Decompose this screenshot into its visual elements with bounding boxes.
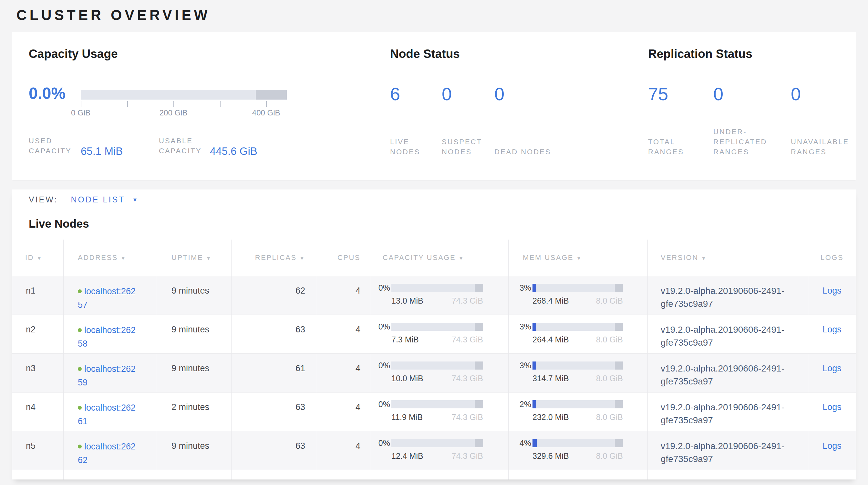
sort-arrow-icon[interactable]: ▼: [459, 255, 464, 261]
node-uptime-cell: 9 minutes: [156, 315, 231, 353]
node-replicas-cell: 61: [231, 354, 317, 392]
node-version-cell: v19.2.0-alpha.20190606-2491-gfe735c9a97: [648, 276, 808, 315]
logs-link[interactable]: Logs: [823, 364, 841, 373]
node-address-cell: localhost:26258: [64, 315, 156, 353]
node-replicas-cell: 62: [231, 276, 317, 315]
column-header-mem-usage[interactable]: MEM USAGE ▼: [508, 239, 648, 276]
capacity-axis-ticks: [81, 101, 287, 108]
column-header-address[interactable]: ADDRESS ▼: [64, 239, 156, 276]
node-version-cell: v19.2.0-alpha.20190606-2491-gfe735c9a97: [648, 431, 808, 470]
mem-usage-mini-bar: [532, 400, 623, 408]
node-replicas-cell: 63: [231, 315, 317, 353]
capacity-usage-cell: 0% 13.0 MiB 74.3 GiB: [371, 276, 508, 315]
unavailable-ranges-value: 0: [791, 83, 868, 105]
capacity-percent-label: 0%: [376, 322, 390, 332]
table-row: n5 localhost:26262 9 minutes 63 4 0% 12.…: [12, 431, 856, 470]
node-logs-cell: Logs: [808, 431, 856, 470]
mem-usage-cell: 3% 314.7 MiB 8.0 GiB: [508, 354, 648, 392]
node-address-link[interactable]: localhost:26261: [78, 403, 135, 426]
capacity-percent-label: 0%: [376, 400, 390, 409]
table-row: n4 localhost:26261 2 minutes 63 4 0% 11.…: [12, 392, 856, 431]
node-address-link[interactable]: localhost:26257: [78, 286, 135, 310]
capacity-used-value: 7.3 MiB: [392, 335, 419, 344]
dead-nodes-value: 0: [494, 83, 578, 105]
mem-percent-label: 3%: [517, 361, 531, 370]
view-dropdown-selected[interactable]: NODE LIST: [71, 195, 125, 204]
cluster-summary-card: Capacity Usage 0.0% 0 GiB 200 GiB 400 Gi…: [12, 32, 856, 180]
sort-arrow-icon[interactable]: ▼: [702, 255, 707, 261]
logs-link[interactable]: Logs: [823, 325, 841, 334]
mem-used-value: 264.4 MiB: [532, 335, 569, 344]
column-header-capacity-usage[interactable]: CAPACITY USAGE ▼: [371, 239, 508, 276]
live-status-icon: [78, 445, 82, 449]
live-nodes-stat: 6 LIVE NODES: [390, 83, 442, 157]
replication-status-stats: 75 TOTAL RANGES 0 UNDER-REPLICATED RANGE…: [648, 83, 868, 157]
logs-link[interactable]: Logs: [823, 441, 841, 451]
node-address-link[interactable]: localhost:26259: [78, 364, 135, 387]
page-title: CLUSTER OVERVIEW: [17, 7, 210, 23]
view-bar: VIEW: NODE LIST ▼: [12, 190, 856, 210]
sort-arrow-icon[interactable]: ▼: [121, 255, 126, 261]
sort-arrow-icon[interactable]: ▼: [577, 255, 582, 261]
column-header-id[interactable]: ID ▼: [12, 239, 64, 276]
node-id-cell: n2: [12, 315, 64, 353]
view-dropdown[interactable]: NODE LIST ▼: [71, 195, 137, 204]
mem-total-value: 8.0 GiB: [596, 412, 623, 422]
usable-capacity-label: USABLE CAPACITY: [159, 136, 215, 156]
chevron-down-icon[interactable]: ▼: [132, 197, 137, 203]
live-status-icon: [78, 328, 82, 332]
mem-usage-cell: 2% 232.0 MiB 8.0 GiB: [508, 393, 648, 431]
column-header-uptime[interactable]: UPTIME ▼: [156, 239, 231, 276]
logs-link[interactable]: Logs: [823, 286, 841, 295]
node-address-link[interactable]: localhost:26258: [78, 325, 135, 348]
node-version-cell: v19.2.0-alpha.20190606-2491-gfe735c9a97: [648, 354, 808, 392]
node-cpus-cell: 4: [317, 393, 371, 431]
axis-tick-label: 400 GiB: [252, 108, 280, 117]
capacity-used-value: 12.4 MiB: [392, 451, 423, 461]
sort-arrow-icon[interactable]: ▼: [300, 255, 305, 261]
axis-tick-label: 0 GiB: [71, 108, 90, 117]
capacity-total-value: 74.3 GiB: [452, 296, 483, 306]
column-header-replicas[interactable]: REPLICAS ▼: [231, 239, 317, 276]
table-row: n3 localhost:26259 9 minutes 61 4 0% 10.…: [12, 353, 856, 392]
logs-link[interactable]: Logs: [823, 402, 841, 412]
node-uptime-cell: 9 minutes: [156, 354, 231, 392]
node-id-cell: n3: [12, 354, 64, 392]
node-logs-cell: Logs: [808, 315, 856, 353]
node-address-cell: localhost:26257: [64, 276, 156, 315]
dead-nodes-label: DEAD NODES: [494, 147, 578, 157]
capacity-bar-reserved: [256, 90, 287, 99]
usable-capacity-value: 445.6 GiB: [210, 145, 257, 158]
capacity-percent-label: 0%: [376, 361, 390, 370]
live-nodes-value: 6: [390, 83, 442, 105]
mem-total-value: 8.0 GiB: [596, 296, 623, 306]
node-uptime-cell: 9 minutes: [156, 431, 231, 470]
mem-usage-cell: 3% 264.4 MiB 8.0 GiB: [508, 315, 648, 353]
node-logs-cell: Logs: [808, 393, 856, 431]
under-replicated-ranges-value: 0: [713, 83, 791, 105]
node-replicas-cell: 63: [231, 393, 317, 431]
mem-usage-cell: 3% 268.4 MiB 8.0 GiB: [508, 276, 648, 315]
node-logs-cell: Logs: [808, 276, 856, 315]
column-header-logs: LOGS: [808, 239, 856, 276]
live-status-icon: [78, 289, 82, 293]
mem-percent-label: 4%: [517, 438, 531, 448]
capacity-usage-bar: 0 GiB 200 GiB 400 GiB: [81, 90, 287, 118]
node-logs-cell: Logs: [808, 354, 856, 392]
axis-tick-icon: [174, 101, 174, 107]
column-header-version[interactable]: VERSION ▼: [648, 239, 808, 276]
mem-usage-cell: 4% 329.6 MiB 8.0 GiB: [508, 431, 648, 470]
node-status-stats: 6 LIVE NODES 0 SUSPECT NODES 0 DEAD NODE…: [390, 83, 578, 157]
node-cpus-cell: 4: [317, 431, 371, 470]
total-ranges-label: TOTAL RANGES: [648, 137, 713, 157]
sort-arrow-icon[interactable]: ▼: [37, 255, 42, 261]
mem-total-value: 8.0 GiB: [596, 451, 623, 461]
capacity-percent-label: 0%: [376, 438, 390, 448]
axis-tick-label: 200 GiB: [159, 108, 188, 117]
under-replicated-ranges-label: UNDER-REPLICATED RANGES: [713, 127, 791, 157]
axis-tick-icon: [127, 101, 128, 107]
used-capacity-label: USED CAPACITY: [29, 136, 85, 156]
sort-arrow-icon[interactable]: ▼: [206, 255, 212, 261]
node-address-link[interactable]: localhost:26262: [78, 442, 135, 465]
capacity-total-value: 74.3 GiB: [452, 451, 483, 461]
